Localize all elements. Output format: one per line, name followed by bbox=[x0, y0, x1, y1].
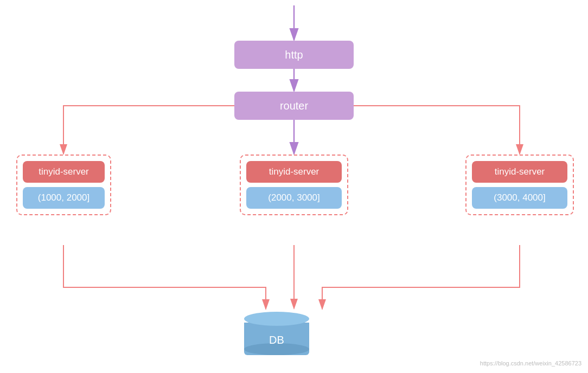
range-left-label: (1000, 2000] bbox=[23, 187, 105, 209]
server-left-label: tinyid-server bbox=[23, 161, 105, 183]
server-group-left: tinyid-server (1000, 2000] bbox=[16, 155, 111, 215]
http-label: http bbox=[285, 49, 303, 61]
server-right-label: tinyid-server bbox=[472, 161, 567, 183]
db-cylinder: DB bbox=[244, 312, 309, 355]
server-mid-label: tinyid-server bbox=[246, 161, 342, 183]
router-box: router bbox=[234, 92, 354, 120]
db-container: DB bbox=[233, 309, 320, 358]
http-box: http bbox=[234, 41, 354, 69]
range-right-label: (3000, 4000] bbox=[472, 187, 567, 209]
watermark: https://blog.csdn.net/weixin_42586723 bbox=[480, 360, 581, 366]
server-group-right: tinyid-server (3000, 4000] bbox=[465, 155, 574, 215]
server-group-mid: tinyid-server (2000, 3000] bbox=[240, 155, 348, 215]
range-mid-label: (2000, 3000] bbox=[246, 187, 342, 209]
db-top bbox=[244, 312, 309, 326]
router-label: router bbox=[280, 100, 308, 112]
db-label: DB bbox=[244, 334, 309, 346]
diagram: http router tinyid-server (1000, 2000] t… bbox=[0, 0, 588, 373]
